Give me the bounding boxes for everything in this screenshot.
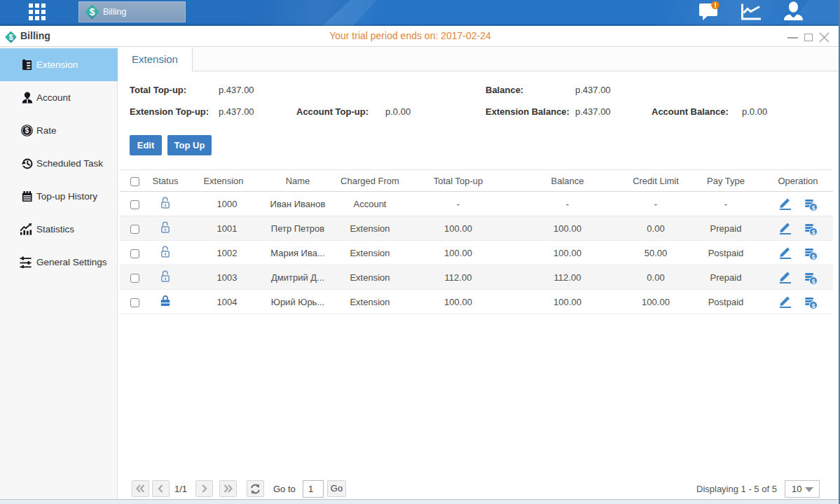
svg-text:$: $ (811, 253, 815, 260)
svg-text:$: $ (811, 228, 815, 235)
svg-text:$: $ (811, 204, 815, 211)
svg-text:$: $ (25, 127, 29, 134)
svg-text:$: $ (811, 277, 815, 284)
svg-text:$: $ (90, 6, 95, 18)
svg-text:$: $ (811, 302, 815, 309)
